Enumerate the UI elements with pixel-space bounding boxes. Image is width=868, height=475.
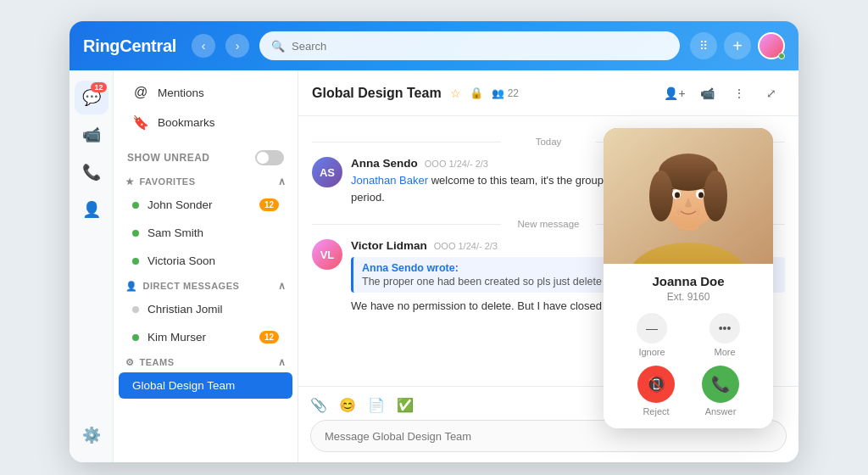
add-member-icon[interactable]: 👤+ [661,80,688,107]
search-icon: 🔍 [271,40,285,53]
victor-time: OOO 1/24/- 2/3 [434,241,498,251]
video-icon: 📹 [82,126,101,144]
member-info: 👥 22 [492,87,519,99]
teams-icon: ⚙ [125,357,135,368]
expand-icon[interactable]: ⤢ [758,80,785,107]
john-status-dot [132,202,139,209]
show-unread-row: SHOW UNREAD [114,145,298,170]
grid-icon-button[interactable]: ⠿ [690,32,717,59]
more-options-icon[interactable]: ⋮ [726,80,753,107]
nav-messaging[interactable]: 💬 12 [75,81,108,115]
contacts-icon: 👤 [82,200,101,219]
more-label: More [714,347,735,357]
sidebar: @ Mentions 🔖 Bookmarks SHOW UNREAD ★ FAV… [114,70,298,462]
header-actions: ⠿ + [690,32,785,59]
sidebar-quick-links: @ Mentions 🔖 Bookmarks [114,70,298,145]
caller-ext: Ext. 9160 [615,291,761,303]
checkmark-icon[interactable]: ✅ [397,397,414,413]
sidebar-item-mentions[interactable]: @ Mentions [119,78,292,107]
people-icon: 👥 [492,87,504,99]
victoria-status-dot [132,258,139,265]
back-button[interactable]: ‹ [192,34,215,58]
favorite-star-icon[interactable]: ☆ [450,87,461,100]
john-sonder-badge: 12 [259,198,279,211]
search-bar[interactable]: 🔍 [259,31,680,60]
more-icon: ••• [709,313,740,344]
settings-icon: ⚙️ [82,426,101,444]
anna-avatar: AS [312,157,342,187]
ignore-icon: — [637,313,667,344]
more-button[interactable]: ••• More [709,313,740,357]
sidebar-item-global-design-team[interactable]: Global Design Team [119,372,292,399]
document-icon[interactable]: 📄 [368,397,385,413]
show-unread-label: SHOW UNREAD [127,152,210,164]
anna-name: Anna Sendo [351,157,418,170]
caller-photo [604,128,773,264]
chat-header-icons: 👤+ 📹 ⋮ ⤢ [661,80,785,107]
caller-photo-svg [604,128,773,264]
teams-chevron[interactable]: ∧ [278,356,287,368]
emoji-icon[interactable]: 😊 [339,397,356,413]
sidebar-item-victoria-soon[interactable]: Victoria Soon [119,248,292,274]
ignore-button[interactable]: — Ignore [637,313,667,357]
victoria-soon-label: Victoria Soon [147,254,215,267]
reject-button[interactable]: 📵 Reject [637,366,675,416]
favorites-chevron[interactable]: ∧ [278,176,287,187]
sidebar-item-christian-jomil[interactable]: Christian Jomil [119,296,292,322]
mention-link[interactable]: Jonathan Baker [351,174,428,187]
answer-label: Answer [705,406,737,416]
nav-settings[interactable]: ⚙️ [75,418,108,452]
toggle-thumb [257,152,269,164]
ignore-label: Ignore [638,347,665,357]
online-indicator [778,53,785,59]
chat-title: Global Design Team [312,86,442,101]
favorites-section-header: ★ FAVORITES ∧ [114,170,298,191]
app-window: RingCentral ‹ › 🔍 ⠿ + 💬 12 📹 [70,21,798,462]
victor-avatar: VL [312,239,342,270]
attach-icon[interactable]: 📎 [310,397,327,413]
svg-point-6 [704,170,727,221]
dm-icon: 👤 [125,281,138,292]
chat-header: Global Design Team ☆ 🔒 👥 22 👤+ 📹 ⋮ ⤢ [298,70,798,116]
svg-point-9 [675,193,680,198]
sidebar-item-sam-smith[interactable]: Sam Smith [119,220,292,246]
sidebar-item-kim-murser[interactable]: Kim Murser 12 [119,324,292,350]
mentions-label: Mentions [158,87,204,99]
member-count: 22 [508,87,519,99]
phone-icon: 📞 [82,163,101,182]
christian-jomil-label: Christian Jomil [147,303,223,316]
forward-button[interactable]: › [225,34,249,58]
anna-time: OOO 1/24/- 2/3 [425,159,488,169]
call-card: Joanna Doe Ext. 9160 — Ignore ••• More 📵… [604,128,773,428]
at-icon: @ [132,85,149,100]
global-design-team-label: Global Design Team [132,379,235,392]
sam-smith-label: Sam Smith [147,226,203,239]
app-title: RingCentral [83,36,176,56]
dm-chevron[interactable]: ∧ [278,280,287,292]
app-header: RingCentral ‹ › 🔍 ⠿ + [70,21,798,70]
teams-section-header: ⚙ TEAMS ∧ [114,351,298,372]
new-message-divider-text: New message [518,219,580,229]
answer-button[interactable]: 📞 Answer [702,366,739,416]
search-input[interactable] [292,40,668,53]
unread-toggle[interactable] [255,150,284,165]
call-card-info: Joanna Doe Ext. 9160 — Ignore ••• More 📵… [604,264,773,428]
sidebar-item-bookmarks[interactable]: 🔖 Bookmarks [119,108,292,137]
date-divider-text: Today [536,137,562,147]
add-button[interactable]: + [724,32,751,59]
icon-nav: 💬 12 📹 📞 👤 ⚙️ [70,70,114,462]
nav-video[interactable]: 📹 [75,118,108,152]
messaging-badge: 12 [91,82,106,92]
nav-contacts[interactable]: 👤 [75,193,108,226]
nav-phone[interactable]: 📞 [75,155,108,189]
reject-icon: 📵 [637,366,675,403]
user-avatar-wrap[interactable] [758,32,785,59]
dm-label: DIRECT MESSAGES [143,281,240,291]
svg-point-5 [649,170,673,221]
dm-section-header: 👤 DIRECT MESSAGES ∧ [114,275,298,295]
quote-text: The proper one had been created so pls j… [362,276,610,288]
sidebar-item-john-sonder[interactable]: John Sonder 12 [119,192,292,218]
kim-murser-label: Kim Murser [147,331,206,344]
video-call-icon[interactable]: 📹 [693,80,721,107]
sam-status-dot [132,230,139,237]
